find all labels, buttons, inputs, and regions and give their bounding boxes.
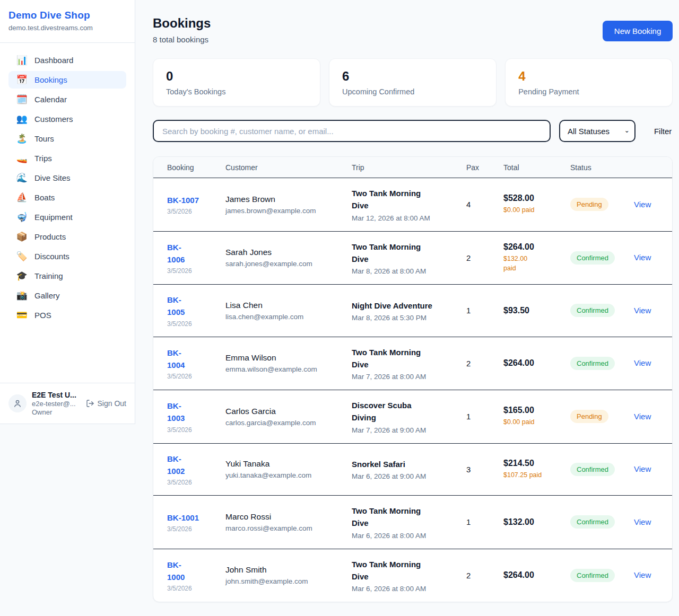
table-row: BK- 1005 3/5/2026 Lisa Chen lisa.chen@ex… — [153, 285, 672, 337]
view-link[interactable]: View — [634, 570, 651, 579]
sign-out-icon — [86, 399, 94, 408]
booking-date: 3/5/2026 — [167, 208, 218, 215]
sidebar-item-bookings[interactable]: 📅 Bookings — [8, 71, 126, 89]
sidebar-item-products[interactable]: 📦 Products — [8, 228, 126, 245]
customer-name: Yuki Tanaka — [225, 459, 344, 469]
customer-email: carlos.garcia@example.com — [225, 419, 344, 427]
booking-id-link[interactable]: BK- 1003 — [167, 400, 185, 425]
stat-label: Pending Payment — [518, 87, 659, 96]
gallery-icon: 📸 — [16, 291, 28, 300]
total-amount: $264.00 — [503, 570, 563, 580]
view-link[interactable]: View — [634, 200, 651, 209]
pax-count: 1 — [466, 517, 503, 526]
sidebar-item-label: Gallery — [34, 291, 60, 300]
booking-id-link[interactable]: BK- 1004 — [167, 347, 185, 372]
total-amount: $264.00 — [503, 358, 563, 368]
table-body: BK-1007 3/5/2026 James Brown james.brown… — [153, 178, 672, 602]
view-link[interactable]: View — [634, 306, 651, 315]
products-icon: 📦 — [16, 232, 28, 241]
sidebar-item-customers[interactable]: 👥 Customers — [8, 110, 126, 128]
total-amount: $528.00 — [503, 193, 563, 203]
brand-domain: demo.test.divestreams.com — [8, 24, 126, 32]
sidebar-item-gallery[interactable]: 📸 Gallery — [8, 287, 126, 304]
page-title: Bookings — [153, 16, 211, 31]
stat-label: Today's Bookings — [166, 87, 307, 96]
trip-name: Two Tank Morning Dive — [352, 241, 459, 266]
booking-id-link[interactable]: BK- 1005 — [167, 294, 185, 319]
sidebar-item-training[interactable]: 🎓 Training — [8, 267, 126, 285]
customer-email: emma.wilson@example.com — [225, 365, 344, 373]
booking-date: 3/5/2026 — [167, 373, 218, 380]
trip-name: Night Dive Adventure — [352, 300, 459, 312]
sidebar-item-calendar[interactable]: 🗓️ Calendar — [8, 91, 126, 108]
booking-id-link[interactable]: BK- 1002 — [167, 453, 185, 478]
trip-name: Two Tank Morning Dive — [352, 558, 459, 583]
paid-amount: $132.00 paid — [503, 254, 563, 274]
trip-datetime: Mar 6, 2026 at 9:00 AM — [352, 472, 459, 480]
table-row: BK- 1003 3/5/2026 Carlos Garcia carlos.g… — [153, 390, 672, 444]
sidebar-item-equipment[interactable]: 🤿 Equipment — [8, 208, 126, 226]
table-row: BK- 1000 3/5/2026 John Smith john.smith@… — [153, 549, 672, 602]
sidebar: Demo Dive Shop demo.test.divestreams.com… — [0, 0, 135, 424]
status-badge: Confirmed — [570, 357, 615, 370]
sidebar-item-trips[interactable]: 🚤 Trips — [8, 149, 126, 167]
equipment-icon: 🤿 — [16, 213, 28, 222]
customer-name: Carlos Garcia — [225, 407, 344, 416]
sign-out-label: Sign Out — [98, 399, 126, 408]
sidebar-item-label: Products — [34, 232, 66, 241]
dive-sites-icon: 🌊 — [16, 173, 28, 182]
view-link[interactable]: View — [634, 358, 651, 367]
training-icon: 🎓 — [16, 271, 28, 280]
sidebar-item-label: Customers — [34, 115, 73, 124]
sign-out-button[interactable]: Sign Out — [86, 399, 126, 408]
sidebar-item-discounts[interactable]: 🏷️ Discounts — [8, 248, 126, 265]
new-booking-button[interactable]: New Booking — [603, 21, 673, 41]
search-input[interactable] — [153, 120, 551, 142]
filter-button[interactable]: Filter — [653, 124, 673, 139]
filter-row: All Statuses ⌄ Filter — [153, 120, 673, 142]
view-link[interactable]: View — [634, 412, 651, 421]
booking-id-link[interactable]: BK-1007 — [167, 194, 199, 206]
status-badge: Confirmed — [570, 304, 615, 317]
trip-name: Snorkel Safari — [352, 458, 459, 470]
customer-email: john.smith@example.com — [225, 577, 344, 585]
customer-email: lisa.chen@example.com — [225, 313, 344, 321]
booking-id-link[interactable]: BK- 1000 — [167, 559, 185, 584]
status-select[interactable]: All Statuses — [559, 120, 636, 142]
trip-name: Two Tank Morning Dive — [352, 505, 459, 530]
table-row: BK- 1004 3/5/2026 Emma Wilson emma.wilso… — [153, 337, 672, 391]
stat-value: 0 — [166, 69, 307, 84]
table-row: BK- 1002 3/5/2026 Yuki Tanaka yuki.tanak… — [153, 444, 672, 496]
sidebar-item-label: Discounts — [34, 252, 69, 261]
booking-date: 3/5/2026 — [167, 320, 218, 328]
sidebar-item-label: Training — [34, 271, 63, 280]
sidebar-item-label: Dive Sites — [34, 173, 71, 182]
booking-id-link[interactable]: BK- 1006 — [167, 241, 185, 266]
stat-label: Upcoming Confirmed — [342, 87, 483, 96]
column-header-customer: Customer — [225, 163, 352, 172]
column-header-status: Status — [570, 163, 634, 172]
customer-name: John Smith — [225, 565, 344, 575]
view-link[interactable]: View — [634, 253, 651, 262]
trip-datetime: Mar 12, 2026 at 8:00 AM — [352, 214, 459, 222]
status-badge: Confirmed — [570, 569, 615, 582]
view-link[interactable]: View — [634, 464, 651, 473]
sidebar-item-boats[interactable]: ⛵ Boats — [8, 189, 126, 206]
status-badge: Confirmed — [570, 251, 615, 265]
sidebar-item-dashboard[interactable]: 📊 Dashboard — [8, 51, 126, 69]
sidebar-item-pos[interactable]: 💳 POS — [8, 306, 126, 324]
sidebar-item-dive-sites[interactable]: 🌊 Dive Sites — [8, 169, 126, 187]
status-badge: Pending — [570, 198, 608, 211]
pax-count: 4 — [466, 200, 503, 209]
column-header-total: Total — [503, 163, 570, 172]
user-name: E2E Test U... — [32, 391, 76, 399]
customer-name: Emma Wilson — [225, 353, 344, 363]
user-role: Owner — [32, 408, 76, 416]
trip-name: Discover Scuba Diving — [352, 399, 459, 424]
booking-id-link[interactable]: BK-1001 — [167, 512, 199, 524]
customer-email: yuki.tanaka@example.com — [225, 471, 344, 479]
pos-icon: 💳 — [16, 311, 28, 320]
view-link[interactable]: View — [634, 517, 651, 526]
status-badge: Pending — [570, 410, 608, 423]
sidebar-item-tours[interactable]: 🏝️ Tours — [8, 130, 126, 147]
